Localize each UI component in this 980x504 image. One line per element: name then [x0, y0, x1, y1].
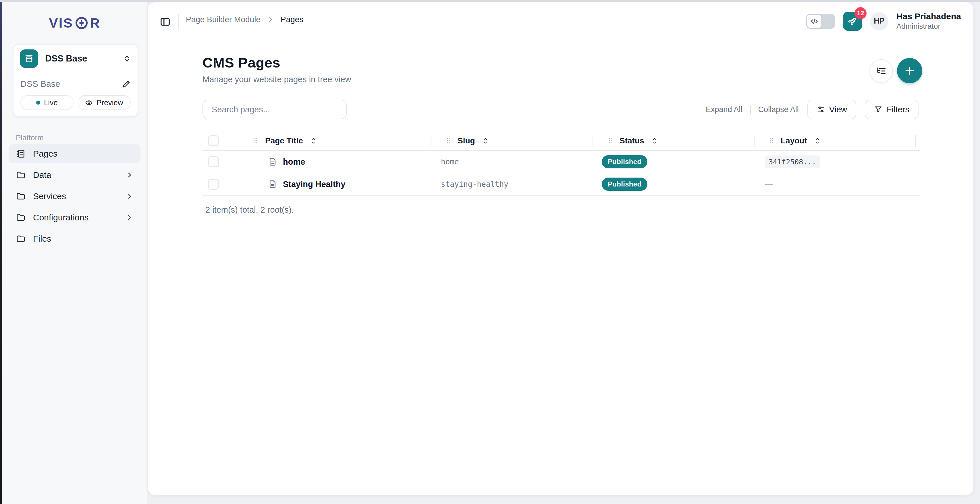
workspace-card: DSS Base DSS Base Live: [13, 44, 138, 117]
workspace-selector[interactable]: DSS Base: [13, 45, 138, 73]
sidebar-item-label: Pages: [33, 149, 134, 159]
column-divider: [915, 135, 916, 147]
user-info: Has Priahadena Administrator: [896, 11, 961, 31]
view-label: View: [829, 105, 847, 114]
topbar: Page Builder Module Pages: [148, 2, 973, 37]
row-checkbox[interactable]: [208, 156, 219, 167]
layout-cell: 341f2508...: [765, 155, 820, 168]
add-page-button[interactable]: [897, 58, 922, 83]
workspace-details: DSS Base Live Preview: [13, 73, 138, 116]
row-checkbox[interactable]: [208, 179, 219, 190]
filters-label: Filters: [887, 105, 909, 114]
notification-badge: 12: [854, 7, 867, 19]
search-input[interactable]: [202, 100, 347, 119]
sort-icon[interactable]: [310, 137, 316, 145]
folder-icon: [16, 234, 25, 244]
table-footer: 2 item(s) total, 2 root(s).: [205, 205, 294, 215]
folder-icon: [16, 213, 25, 222]
table-row[interactable]: home home Published 341f2508...: [202, 151, 920, 173]
workspace-name: DSS Base: [45, 53, 116, 64]
folder-icon: [16, 170, 25, 180]
topbar-right: 12 HP Has Priahadena Administrator: [806, 11, 961, 31]
sidebar-item-configurations[interactable]: Configurations: [9, 208, 140, 227]
sidebar-item-label: Files: [33, 234, 134, 244]
sidebar-nav: Pages Data Services Configura: [9, 144, 140, 248]
column-header-status[interactable]: Status: [619, 136, 644, 145]
list-tree-icon: [876, 66, 886, 76]
page-title: CMS Pages: [202, 54, 351, 71]
preview-button[interactable]: Preview: [78, 95, 131, 110]
breadcrumb: Page Builder Module Pages: [186, 2, 303, 37]
sidebar-item-label: Data: [33, 170, 118, 180]
sidebar-item-label: Services: [33, 191, 118, 201]
select-all-checkbox[interactable]: [208, 136, 219, 146]
logo-text-left: VIS: [49, 15, 73, 31]
panel-left-icon: [159, 16, 171, 27]
chevron-right-icon: [126, 214, 134, 222]
live-status-dot: [36, 100, 40, 105]
drag-handle-icon[interactable]: [446, 137, 451, 144]
page-title-cell[interactable]: Staying Healthy: [283, 180, 345, 189]
chevron-right-icon: [126, 171, 134, 179]
layout-cell: —: [765, 180, 773, 189]
drag-handle-icon[interactable]: [254, 137, 258, 144]
column-divider: [754, 135, 754, 147]
chevron-right-icon: [126, 192, 134, 200]
status-badge: Published: [602, 155, 648, 168]
edit-icon[interactable]: [122, 80, 131, 88]
expand-all-link[interactable]: Expand All: [706, 105, 743, 114]
divider: |: [749, 105, 751, 114]
breadcrumb-current: Pages: [281, 15, 303, 24]
column-divider: [431, 135, 431, 147]
sort-icon[interactable]: [652, 137, 657, 145]
page-title-cell[interactable]: home: [283, 157, 305, 167]
file-text-icon: [268, 157, 277, 166]
status-badge: Published: [602, 177, 648, 191]
column-header-layout[interactable]: Layout: [781, 136, 807, 145]
plus-icon: [904, 65, 916, 77]
sidebar-item-files[interactable]: Files: [9, 229, 140, 248]
page-header: CMS Pages Manage your website pages in t…: [202, 54, 351, 84]
sliders-icon: [816, 105, 825, 114]
chevrons-up-down-icon: [123, 54, 131, 63]
filters-button[interactable]: Filters: [865, 100, 918, 119]
sidebar-item-label: Configurations: [33, 213, 118, 222]
view-button[interactable]: View: [807, 100, 856, 119]
page-subtitle: Manage your website pages in tree view: [202, 75, 351, 84]
column-header-slug[interactable]: Slug: [458, 136, 475, 145]
breadcrumb-module[interactable]: Page Builder Module: [186, 15, 261, 24]
sort-icon[interactable]: [815, 137, 820, 145]
live-label: Live: [44, 98, 58, 107]
sidebar: VIS R DSS Base: [2, 2, 147, 504]
avatar[interactable]: HP: [870, 12, 888, 30]
toolbar-right: Expand All | Collapse All View Filters: [706, 100, 918, 119]
column-header-page-title[interactable]: Page Title: [265, 136, 303, 145]
filter-icon: [874, 105, 883, 114]
divider: [178, 14, 179, 29]
sidebar-item-pages[interactable]: Pages: [9, 144, 140, 163]
table-row[interactable]: Staying Healthy staying-healthy Publishe…: [202, 173, 920, 196]
deploy-button[interactable]: 12: [843, 12, 862, 31]
sidebar-section-label: Platform: [16, 133, 44, 142]
folder-icon: [16, 191, 25, 201]
preview-label: Preview: [97, 98, 123, 107]
main-panel: Page Builder Module Pages: [147, 2, 974, 495]
collapse-all-link[interactable]: Collapse All: [758, 105, 799, 114]
drag-handle-icon[interactable]: [769, 137, 774, 144]
app-window: VIS R DSS Base: [0, 0, 980, 504]
user-name: Has Priahadena: [896, 11, 961, 21]
drag-handle-icon[interactable]: [608, 137, 612, 144]
live-button[interactable]: Live: [21, 95, 73, 110]
sort-icon[interactable]: [482, 137, 488, 145]
eye-icon: [85, 99, 93, 107]
toolbar: Expand All | Collapse All View Filters: [202, 100, 918, 119]
archive-icon: [20, 49, 38, 68]
tree-view-button[interactable]: [869, 59, 893, 83]
sidebar-item-services[interactable]: Services: [9, 187, 140, 206]
logo-text-right: R: [90, 15, 100, 31]
code-mode-toggle[interactable]: [806, 14, 835, 29]
column-divider: [593, 135, 593, 147]
brand-logo: VIS R: [2, 15, 147, 31]
sidebar-item-data[interactable]: Data: [9, 166, 140, 185]
sidebar-toggle-button[interactable]: [158, 15, 172, 29]
